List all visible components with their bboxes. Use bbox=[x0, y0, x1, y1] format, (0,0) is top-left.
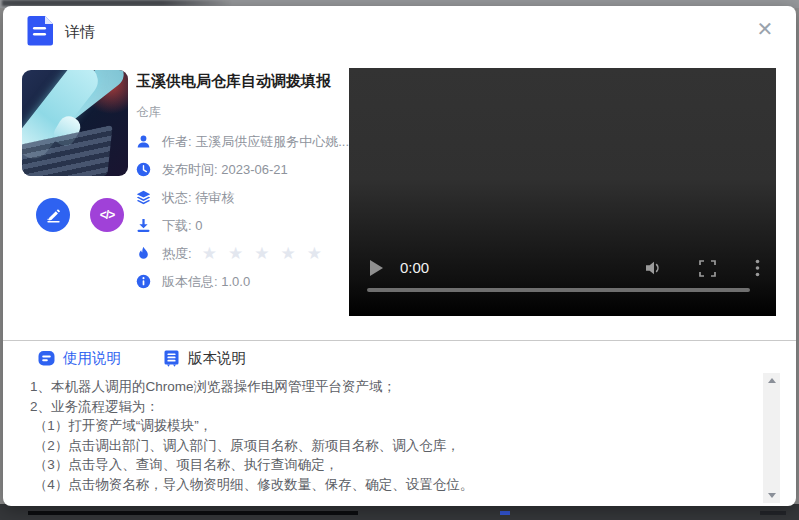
item-title: 玉溪供电局仓库自动调拨填报 bbox=[136, 72, 349, 91]
video-progress-bar[interactable] bbox=[367, 288, 750, 292]
description-line: 1、本机器人调用的Chrome浏览器操作电网管理平台资产域； bbox=[30, 377, 752, 397]
video-time: 0:00 bbox=[400, 259, 429, 276]
description-line: （4）点击物资名称，导入物资明细、修改数量、保存、确定、设置仓位。 bbox=[30, 475, 752, 495]
description-line: （3）点击导入、查询、项目名称、执行查询确定， bbox=[30, 455, 752, 475]
tab-version-label: 版本说明 bbox=[188, 349, 246, 368]
meta-publish-date: 发布时间: 2023-06-21 bbox=[136, 162, 349, 177]
background-text-fragment bbox=[28, 511, 358, 515]
edit-icon bbox=[45, 207, 62, 224]
meta-downloads: 下载: 0 bbox=[136, 218, 349, 233]
item-category: 仓库 bbox=[136, 104, 349, 121]
meta-popularity: 热度: ★ ★ ★ ★ ★ bbox=[136, 246, 349, 261]
description-line: （1）打开资产域“调拨模块”， bbox=[30, 416, 752, 436]
layers-icon bbox=[136, 190, 151, 205]
tab-usage-notes[interactable]: 使用说明 bbox=[38, 349, 121, 368]
usage-description: 1、本机器人调用的Chrome浏览器操作电网管理平台资产域； 2、业务流程逻辑为… bbox=[30, 377, 752, 494]
flame-icon bbox=[136, 246, 151, 261]
code-icon: </> bbox=[100, 208, 114, 222]
star-icon[interactable]: ★ bbox=[254, 246, 269, 261]
clock-icon bbox=[136, 162, 151, 177]
tab-bar: 使用说明 版本说明 bbox=[38, 349, 246, 368]
tab-version-notes[interactable]: 版本说明 bbox=[163, 349, 246, 368]
scroll-down-icon[interactable] bbox=[763, 488, 780, 503]
code-button[interactable]: </> bbox=[90, 198, 124, 232]
tab-usage-label: 使用说明 bbox=[63, 349, 121, 368]
star-icon[interactable]: ★ bbox=[202, 246, 217, 261]
video-player[interactable]: 0:00 bbox=[349, 68, 776, 316]
meta-version: 版本信息: 1.0.0 bbox=[136, 274, 349, 289]
rating-stars[interactable]: ★ ★ ★ ★ ★ bbox=[202, 246, 322, 261]
meta-author: 作者: 玉溪局供应链服务中心姚... bbox=[136, 134, 349, 149]
close-icon[interactable]: ✕ bbox=[752, 16, 778, 42]
user-icon bbox=[136, 134, 151, 149]
popularity-label: 热度: bbox=[162, 245, 192, 263]
robot-thumbnail bbox=[22, 70, 128, 176]
usage-notes-icon bbox=[38, 350, 55, 367]
description-line: 2、业务流程逻辑为： bbox=[30, 397, 752, 417]
status-label: 状态: 待审核 bbox=[162, 189, 234, 207]
author-label: 作者: 玉溪局供应链服务中心姚... bbox=[162, 133, 349, 151]
description-scrollbar[interactable] bbox=[763, 373, 780, 503]
more-options-icon[interactable] bbox=[755, 259, 760, 277]
play-icon[interactable] bbox=[370, 260, 383, 276]
downloads-label: 下载: 0 bbox=[162, 217, 202, 235]
detail-dialog: 详情 ✕ 玉溪供电局仓库自动调拨填报 仓库 作者: 玉溪局供应链服务中心姚...… bbox=[3, 6, 796, 506]
volume-icon[interactable] bbox=[644, 259, 664, 277]
version-label: 版本信息: 1.0.0 bbox=[162, 273, 250, 290]
dialog-title: 详情 bbox=[65, 23, 95, 42]
document-icon bbox=[27, 15, 54, 46]
section-divider bbox=[3, 340, 796, 341]
version-notes-icon bbox=[163, 350, 180, 367]
background-page-bottom bbox=[0, 504, 799, 520]
fullscreen-icon[interactable] bbox=[699, 260, 716, 277]
star-icon[interactable]: ★ bbox=[307, 246, 322, 261]
publish-date-label: 发布时间: 2023-06-21 bbox=[162, 161, 288, 179]
star-icon[interactable]: ★ bbox=[280, 246, 295, 261]
info-icon bbox=[136, 274, 151, 289]
meta-status: 状态: 待审核 bbox=[136, 190, 349, 205]
scroll-up-icon[interactable] bbox=[763, 373, 780, 388]
star-icon[interactable]: ★ bbox=[228, 246, 243, 261]
download-icon bbox=[136, 218, 151, 233]
background-text-fragment bbox=[760, 511, 786, 515]
description-line: （2）点击调出部门、调入部门、原项目名称、新项目名称、调入仓库， bbox=[30, 436, 752, 456]
background-link-fragment bbox=[500, 511, 510, 515]
item-info: 玉溪供电局仓库自动调拨填报 仓库 作者: 玉溪局供应链服务中心姚... 发布时间… bbox=[136, 72, 349, 289]
edit-button[interactable] bbox=[36, 198, 70, 232]
video-controls: 0:00 bbox=[349, 258, 776, 278]
